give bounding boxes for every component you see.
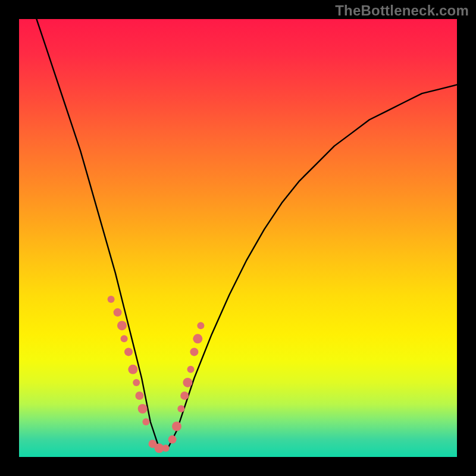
sample-dots-group: [108, 296, 205, 453]
sample-dot: [117, 321, 127, 330]
sample-dot: [162, 444, 170, 452]
sample-dot: [172, 422, 181, 431]
sample-dot: [121, 335, 128, 342]
sample-dot: [142, 418, 149, 425]
plot-area: [19, 19, 457, 457]
sample-dot: [183, 378, 192, 387]
sample-dot: [180, 392, 189, 400]
sample-dot: [168, 436, 177, 444]
sample-dot: [193, 334, 202, 343]
outer-frame: TheBottleneck.com: [0, 0, 476, 476]
sample-dot: [133, 379, 140, 386]
sample-dot: [108, 296, 115, 303]
sample-dot: [138, 404, 148, 414]
sample-dot: [187, 366, 195, 373]
watermark-text: TheBottleneck.com: [335, 2, 469, 19]
sample-dot: [190, 347, 198, 356]
sample-dot: [197, 322, 204, 329]
sample-dot: [135, 392, 143, 400]
sample-dot: [124, 347, 133, 356]
sample-dot: [128, 365, 137, 374]
chart-overlay: [19, 19, 457, 457]
sample-dot: [114, 308, 122, 317]
sample-dot: [177, 405, 184, 412]
bottleneck-curve: [36, 19, 457, 448]
